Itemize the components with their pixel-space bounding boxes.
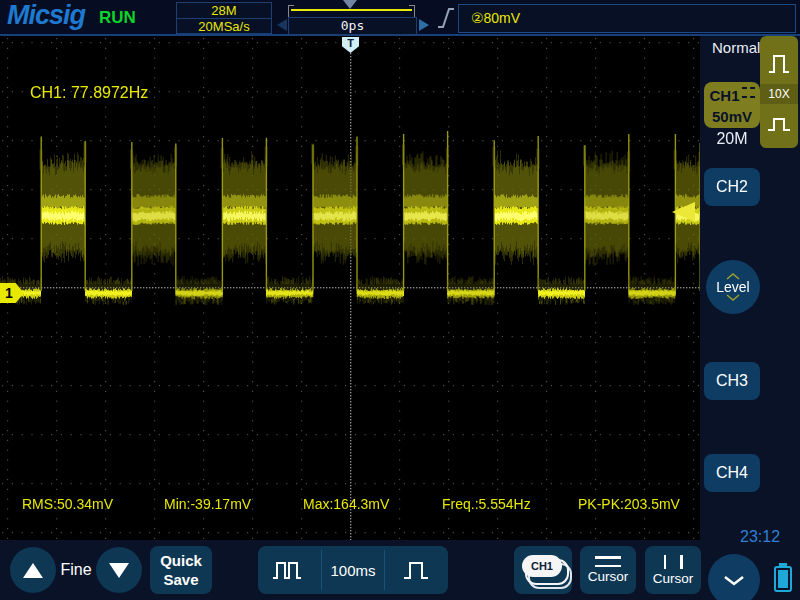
battery-icon [774,566,792,592]
vertical-cursors-icon [664,555,683,569]
trigger-level-knob[interactable]: Level [706,260,760,314]
ch1-frequency-readout: CH1: 77.8972Hz [30,84,148,102]
coupling-dashes-icon [742,87,755,98]
bandwidth-limit-label[interactable]: 20M [700,130,764,148]
battery-cap [779,563,787,566]
ch1-name: CH1 [709,87,739,104]
adjust-down-button[interactable] [96,547,142,593]
memory-depth: 28M [177,3,271,19]
right-control-sidebar: Normal 10X CH1 50mV 20M CH2 Le [700,36,800,600]
waveform-display-area[interactable]: CH1: 77.8972Hz 1 T RMS:50.34mV Min:-39.1… [0,36,700,540]
pulse-positive-icon[interactable] [767,44,791,84]
waveform-canvas[interactable] [0,36,700,540]
cursor-h-label: Cursor [588,569,629,584]
acquisition-info-box[interactable]: 28M 20MSa/s [176,2,272,34]
active-channel-selector[interactable]: CH1 [514,546,572,594]
sample-rate: 20MSa/s [177,19,271,34]
ch2-button[interactable]: CH2 [704,168,760,206]
up-triangle-icon [23,563,43,578]
horizontal-cursors-icon [595,556,621,567]
measurement-max: Max:164.3mV [303,496,389,512]
pan-left-arrow-icon[interactable] [277,19,287,31]
timebase-group: 100ms [258,546,448,594]
measurement-min: Min:-39.17mV [164,496,251,512]
quick-save-line2: Save [150,570,212,589]
double-pulse-icon [272,557,306,583]
single-pulse-icon [402,557,432,583]
trigger-mode-label[interactable]: Normal [712,39,760,56]
probe-settings-panel[interactable]: 10X [760,36,798,148]
down-triangle-icon [109,563,129,578]
level-label: Level [716,280,749,294]
chevron-down-icon [723,575,745,586]
zoom-out-timebase-button[interactable] [258,546,321,594]
pulse-small-icon[interactable] [767,104,791,144]
timebase-value[interactable]: 100ms [322,546,385,594]
trigger-level-arrow-icon[interactable] [672,202,695,222]
memory-bar-line [291,9,412,11]
top-status-bar: Micsig RUN 28M 20MSa/s 0ps ②80mV [0,0,800,36]
trigger-slope-rising-icon[interactable] [437,7,455,29]
bottom-toolbar: Fine Quick Save 100ms CH1 [0,540,700,600]
ch3-button[interactable]: CH3 [704,362,760,400]
horizontal-position-box[interactable]: 0ps [288,17,417,35]
measurement-rms: RMS:50.34mV [22,496,113,512]
probe-attenuation-label[interactable]: 10X [760,84,798,104]
zoom-in-timebase-button[interactable] [385,546,448,594]
trigger-settings-box[interactable]: ②80mV [458,4,796,33]
battery-fill [778,570,788,588]
ch1-button[interactable]: CH1 50mV [704,82,760,128]
ch4-button[interactable]: CH4 [704,454,760,492]
brand-logo: Micsig [7,0,85,31]
ch1-scale: 50mV [712,108,752,125]
clock: 23:12 [740,528,780,546]
run-status[interactable]: RUN [99,8,136,28]
cursor-v-label: Cursor [653,571,694,586]
quick-save-button[interactable]: Quick Save [150,546,212,594]
measurement-pkpk: PK-PK:203.5mV [578,496,680,512]
ch1-badge: CH1 [522,555,562,577]
quick-save-line1: Quick [150,551,212,570]
vertical-cursor-button[interactable]: Cursor [645,546,701,594]
collapse-menu-button[interactable] [708,554,760,600]
adjust-up-button[interactable] [10,547,56,593]
pan-right-arrow-icon[interactable] [419,19,429,31]
trigger-level-value: ②80mV [471,10,520,26]
window-position-marker-icon[interactable] [343,0,357,9]
chevron-down-icon [726,294,740,301]
measurement-freq: Freq.:5.554Hz [442,496,531,512]
fine-adjust-label: Fine [57,540,95,600]
horizontal-cursor-button[interactable]: Cursor [580,546,636,594]
oscilloscope-screen: Micsig RUN 28M 20MSa/s 0ps ②80mV CH1: 77… [0,0,800,600]
